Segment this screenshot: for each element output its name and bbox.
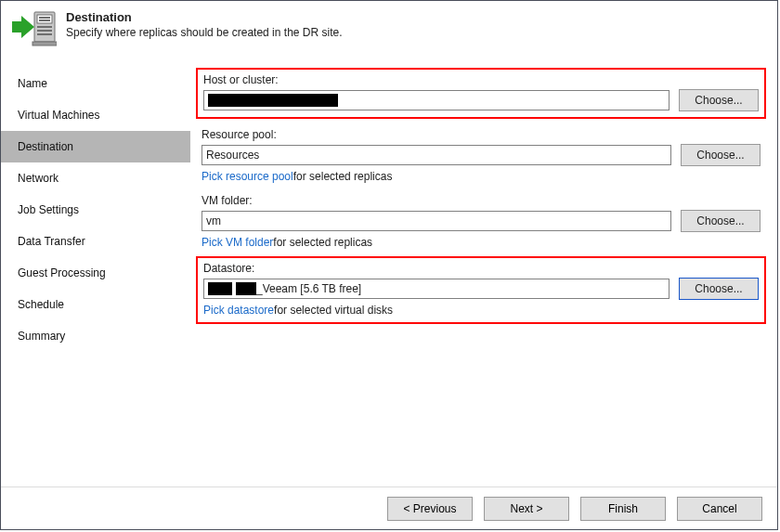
pick-datastore-link[interactable]: Pick datastore — [203, 304, 274, 317]
resource-pool-value: Resources — [206, 145, 259, 165]
datastore-choose-button[interactable]: Choose... — [679, 278, 759, 300]
datastore-value: _Veeam [5.6 TB free] — [256, 279, 361, 299]
host-cluster-value-redacted — [208, 94, 338, 107]
step-virtual-machines[interactable]: Virtual Machines — [1, 99, 190, 131]
step-schedule[interactable]: Schedule — [1, 289, 190, 320]
pick-resource-pool-link[interactable]: Pick resource pool — [202, 170, 293, 183]
wizard-body: Name Virtual Machines Destination Networ… — [1, 62, 777, 487]
resource-pool-group: Resource pool: Resources Choose... Pick … — [196, 124, 766, 188]
svg-rect-2 — [39, 17, 50, 19]
previous-button[interactable]: < Previous — [387, 497, 473, 521]
step-data-transfer[interactable]: Data Transfer — [1, 226, 190, 257]
resource-pool-choose-button[interactable]: Choose... — [681, 144, 760, 166]
vm-folder-picklink-row: Pick VM folder for selected replicas — [202, 232, 760, 249]
svg-rect-5 — [37, 30, 52, 32]
svg-rect-7 — [32, 42, 57, 45]
svg-marker-8 — [12, 16, 34, 38]
datastore-picklink-row: Pick datastore for selected virtual disk… — [203, 300, 759, 317]
next-button[interactable]: Next > — [484, 497, 569, 521]
cancel-button[interactable]: Cancel — [677, 497, 762, 521]
host-cluster-label: Host or cluster: — [203, 73, 759, 89]
datastore-value-redacted-1 — [208, 282, 232, 295]
host-cluster-field[interactable] — [203, 90, 670, 110]
vm-folder-choose-button[interactable]: Choose... — [681, 210, 760, 232]
datastore-group: Datastore: _Veeam [5.6 TB free] Choose..… — [196, 256, 766, 324]
resource-pool-field[interactable]: Resources — [202, 145, 671, 165]
wizard-content: Host or cluster: Choose... Resource pool… — [190, 62, 777, 487]
header-text: Destination Specify where replicas shoul… — [66, 8, 766, 39]
step-network[interactable]: Network — [1, 162, 190, 194]
datastore-value-redacted-2 — [236, 282, 256, 295]
svg-rect-1 — [37, 15, 52, 23]
step-job-settings[interactable]: Job Settings — [1, 194, 190, 226]
vm-folder-field[interactable]: vm — [202, 211, 671, 231]
destination-icon — [12, 8, 57, 49]
wizard-header: Destination Specify where replicas shoul… — [1, 1, 777, 55]
host-cluster-group: Host or cluster: Choose... — [196, 68, 766, 119]
pick-resource-pool-suffix: for selected replicas — [293, 170, 393, 183]
finish-button[interactable]: Finish — [580, 497, 666, 521]
vm-folder-label: VM folder: — [202, 194, 760, 210]
pick-vm-folder-suffix: for selected replicas — [273, 236, 372, 249]
vm-folder-group: VM folder: vm Choose... Pick VM folder f… — [196, 190, 766, 254]
wizard-steps: Name Virtual Machines Destination Networ… — [1, 62, 190, 487]
wizard-window: Destination Specify where replicas shoul… — [0, 0, 778, 530]
step-name[interactable]: Name — [1, 68, 190, 99]
svg-rect-4 — [37, 26, 52, 28]
pick-vm-folder-link[interactable]: Pick VM folder — [202, 236, 273, 249]
page-title: Destination — [66, 10, 766, 26]
resource-pool-label: Resource pool: — [202, 128, 760, 144]
datastore-label: Datastore: — [203, 262, 759, 278]
host-cluster-choose-button[interactable]: Choose... — [679, 89, 759, 111]
svg-rect-3 — [39, 19, 50, 21]
step-destination[interactable]: Destination — [1, 131, 190, 162]
pick-datastore-suffix: for selected virtual disks — [274, 304, 393, 317]
step-summary[interactable]: Summary — [1, 320, 190, 352]
datastore-field[interactable]: _Veeam [5.6 TB free] — [203, 279, 670, 299]
svg-rect-6 — [37, 33, 52, 35]
step-guest-processing[interactable]: Guest Processing — [1, 257, 190, 289]
vm-folder-value: vm — [206, 211, 221, 231]
resource-pool-picklink-row: Pick resource pool for selected replicas — [202, 166, 760, 183]
wizard-footer: < Previous Next > Finish Cancel — [1, 487, 777, 529]
page-description: Specify where replicas should be created… — [66, 26, 766, 39]
